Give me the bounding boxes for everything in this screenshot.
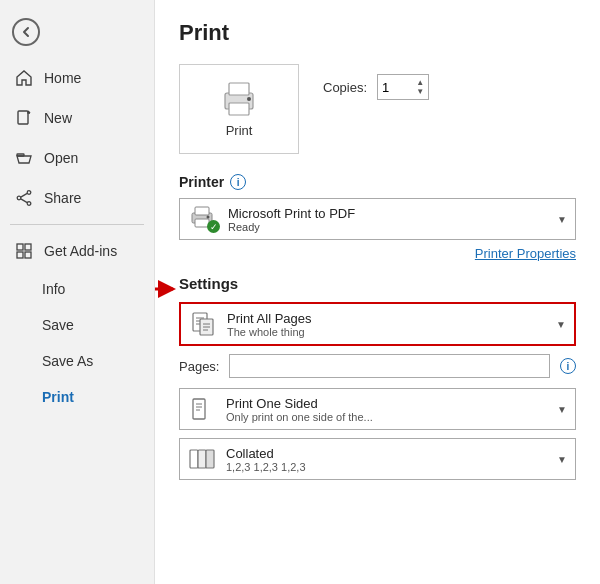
- sidebar-item-save[interactable]: Save: [0, 307, 154, 343]
- printer-ready-icon: ✓: [207, 220, 220, 233]
- settings-section: Settings Print All Pages The whole thing: [179, 275, 576, 480]
- svg-rect-16: [195, 207, 209, 215]
- onesided-icon: [188, 395, 216, 423]
- svg-rect-35: [206, 450, 214, 468]
- svg-point-18: [207, 216, 210, 219]
- print-one-sided-subtitle: Only print on one side of the...: [226, 411, 547, 423]
- open-icon: [14, 148, 34, 168]
- print-all-pages-arrow: ▼: [556, 319, 566, 330]
- print-one-sided-dropdown[interactable]: Print One Sided Only print on one side o…: [179, 388, 576, 430]
- print-one-sided-arrow: ▼: [557, 404, 567, 415]
- collated-title: Collated: [226, 446, 547, 461]
- pages-label: Pages:: [179, 359, 219, 374]
- main-content: Print Print Copies: 1 ▲ ▼ Pri: [155, 0, 600, 584]
- collated-icon: [188, 445, 216, 473]
- sidebar-item-open-label: Open: [44, 150, 78, 166]
- sidebar-item-save-as[interactable]: Save As: [0, 343, 154, 379]
- pages-row: Pages: i: [179, 354, 576, 378]
- collated-text: Collated 1,2,3 1,2,3 1,2,3: [226, 446, 547, 473]
- printer-large-icon: [219, 81, 259, 117]
- svg-line-5: [21, 193, 27, 197]
- printer-info-icon[interactable]: i: [230, 174, 246, 190]
- copies-increment[interactable]: ▲: [416, 79, 424, 87]
- sidebar: Home New Open: [0, 0, 155, 584]
- svg-point-2: [27, 191, 31, 195]
- printer-properties-link[interactable]: Printer Properties: [179, 246, 576, 261]
- svg-rect-7: [17, 244, 23, 250]
- collated-dropdown[interactable]: Collated 1,2,3 1,2,3 1,2,3 ▼: [179, 438, 576, 480]
- print-one-sided-text: Print One Sided Only print on one side o…: [226, 396, 547, 423]
- svg-point-3: [27, 202, 31, 206]
- sidebar-item-addins-label: Get Add-ins: [44, 243, 117, 259]
- home-icon: [14, 68, 34, 88]
- sidebar-item-new-label: New: [44, 110, 72, 126]
- back-button[interactable]: [0, 10, 154, 54]
- collated-subtitle: 1,2,3 1,2,3 1,2,3: [226, 461, 547, 473]
- svg-rect-0: [18, 111, 28, 124]
- printer-dropdown-text: Microsoft Print to PDF Ready: [228, 206, 547, 233]
- svg-point-4: [17, 196, 21, 200]
- share-icon: [14, 188, 34, 208]
- sidebar-item-print-label: Print: [42, 389, 74, 405]
- svg-rect-9: [17, 252, 23, 258]
- printer-section-label: Printer i: [179, 174, 576, 190]
- printer-dropdown-arrow: ▼: [557, 214, 567, 225]
- sidebar-divider: [10, 224, 144, 225]
- copies-spinner[interactable]: 1 ▲ ▼: [377, 74, 429, 100]
- sidebar-item-home-label: Home: [44, 70, 81, 86]
- new-icon: [14, 108, 34, 128]
- copies-value: 1: [382, 80, 389, 95]
- pages-input[interactable]: [229, 354, 550, 378]
- printer-status: Ready: [228, 221, 547, 233]
- pages-icon: [189, 310, 217, 338]
- back-circle-icon: [12, 18, 40, 46]
- settings-label: Settings: [179, 275, 576, 292]
- printer-icon-area: ✓: [188, 205, 218, 233]
- sidebar-item-info-label: Info: [42, 281, 65, 297]
- svg-rect-10: [25, 252, 31, 258]
- svg-point-14: [247, 97, 251, 101]
- svg-line-6: [21, 199, 27, 203]
- sidebar-item-info[interactable]: Info: [0, 271, 154, 307]
- sidebar-item-get-addins[interactable]: Get Add-ins: [0, 231, 154, 271]
- sidebar-item-home[interactable]: Home: [0, 58, 154, 98]
- pages-info-icon[interactable]: i: [560, 358, 576, 374]
- svg-rect-33: [190, 450, 198, 468]
- print-button[interactable]: Print: [179, 64, 299, 154]
- copies-section: Copies: 1 ▲ ▼: [323, 74, 429, 100]
- collated-arrow: ▼: [557, 454, 567, 465]
- svg-rect-34: [198, 450, 206, 468]
- sidebar-item-print[interactable]: Print: [0, 379, 154, 415]
- print-top-section: Print Copies: 1 ▲ ▼: [179, 64, 576, 154]
- svg-rect-13: [229, 103, 249, 115]
- print-one-sided-title: Print One Sided: [226, 396, 547, 411]
- page-title: Print: [179, 20, 576, 46]
- svg-rect-12: [229, 83, 249, 95]
- print-button-label: Print: [226, 123, 253, 138]
- print-all-pages-dropdown[interactable]: Print All Pages The whole thing ▼: [179, 302, 576, 346]
- addins-icon: [14, 241, 34, 261]
- spinner-arrows[interactable]: ▲ ▼: [416, 76, 424, 98]
- print-all-pages-title: Print All Pages: [227, 311, 546, 326]
- sidebar-item-new[interactable]: New: [0, 98, 154, 138]
- red-arrow-icon: [155, 277, 179, 301]
- copies-label: Copies:: [323, 80, 367, 95]
- sidebar-item-share[interactable]: Share: [0, 178, 154, 218]
- print-all-pages-subtitle: The whole thing: [227, 326, 546, 338]
- print-all-pages-text: Print All Pages The whole thing: [227, 311, 546, 338]
- printer-name: Microsoft Print to PDF: [228, 206, 547, 221]
- sidebar-item-share-label: Share: [44, 190, 81, 206]
- copies-decrement[interactable]: ▼: [416, 88, 424, 96]
- svg-rect-8: [25, 244, 31, 250]
- sidebar-item-save-label: Save: [42, 317, 74, 333]
- printer-dropdown[interactable]: ✓ Microsoft Print to PDF Ready ▼: [179, 198, 576, 240]
- sidebar-item-saveas-label: Save As: [42, 353, 93, 369]
- svg-rect-29: [193, 399, 205, 419]
- sidebar-item-open[interactable]: Open: [0, 138, 154, 178]
